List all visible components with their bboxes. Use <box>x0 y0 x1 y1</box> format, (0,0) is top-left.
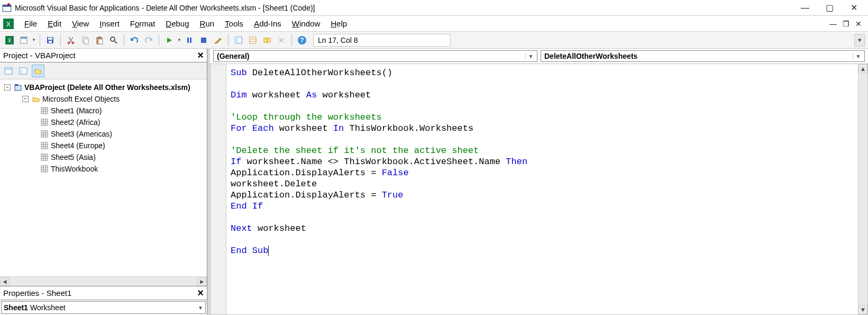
insert-split-arrow[interactable]: ▼ <box>32 38 36 42</box>
insert-module-button[interactable] <box>17 34 30 47</box>
tree-folder[interactable]: − Microsoft Excel Objects <box>2 93 207 105</box>
break-button[interactable] <box>183 34 196 47</box>
project-tree[interactable]: − VBAProject (Delete All Other Worksheet… <box>0 79 207 276</box>
svg-rect-38 <box>15 84 18 86</box>
view-code-button[interactable] <box>2 65 15 77</box>
tree-item[interactable]: Sheet4 (Europe) <box>2 140 207 151</box>
svg-rect-15 <box>84 39 88 44</box>
menu-file[interactable]: File <box>19 17 42 30</box>
object-combo[interactable]: (General) ▼ <box>213 50 537 62</box>
menu-view[interactable]: View <box>67 17 94 30</box>
tree-item[interactable]: Sheet1 (Macro) <box>2 105 207 116</box>
scroll-down-button[interactable]: ▼ <box>858 305 867 314</box>
properties-object-combo[interactable]: Sheet1 Worksheet ▼ <box>1 301 206 314</box>
excel-icon: X <box>3 19 14 29</box>
menu-window[interactable]: Window <box>287 17 325 30</box>
svg-rect-17 <box>98 37 101 39</box>
object-browser-button[interactable] <box>261 34 273 47</box>
scroll-right-button[interactable]: ► <box>197 277 207 286</box>
titlebar: Microsoft Visual Basic for Applications … <box>0 0 868 16</box>
menu-format[interactable]: Format <box>125 17 161 30</box>
menu-tools[interactable]: Tools <box>220 17 249 30</box>
maximize-button[interactable]: ▢ <box>817 0 842 16</box>
tree-item[interactable]: Sheet2 (Africa) <box>2 116 207 128</box>
mdi-minimize-button[interactable]: — <box>827 17 839 30</box>
cut-button[interactable] <box>65 34 77 47</box>
project-explorer-button[interactable] <box>232 34 245 47</box>
tree-item-label: Sheet5 (Asia) <box>51 153 96 161</box>
undo-button[interactable] <box>128 34 141 47</box>
chevron-down-icon: ▼ <box>198 305 203 311</box>
svg-line-20 <box>114 41 117 43</box>
help-button[interactable]: ? <box>296 34 308 47</box>
project-panel-title: Project - VBAProject <box>3 51 76 60</box>
svg-rect-39 <box>41 107 48 114</box>
code-editor[interactable]: Sub DeleteAllOtherWorksheets() Dim works… <box>210 64 868 315</box>
worksheet-icon <box>40 153 49 161</box>
folder-icon <box>32 95 40 103</box>
svg-rect-64 <box>41 166 48 172</box>
toolbar-overflow-button[interactable]: ▾ <box>854 34 865 47</box>
mdi-restore-button[interactable]: ❐ <box>839 17 852 30</box>
worksheet-icon <box>40 130 49 138</box>
worksheet-icon <box>40 106 49 115</box>
worksheet-icon <box>40 118 49 127</box>
paste-button[interactable] <box>93 34 106 47</box>
mdi-close-button[interactable]: ✕ <box>852 17 865 30</box>
project-hscrollbar[interactable]: ◄ ► <box>0 276 207 286</box>
chevron-down-icon: ▼ <box>525 53 534 59</box>
scroll-left-button[interactable]: ◄ <box>0 277 10 286</box>
reset-button[interactable] <box>197 34 210 47</box>
redo-button[interactable] <box>142 34 155 47</box>
tree-item[interactable]: Sheet5 (Asia) <box>2 151 207 163</box>
menu-debug[interactable]: Debug <box>160 17 194 30</box>
worksheet-icon <box>40 141 49 150</box>
svg-rect-36 <box>21 70 23 73</box>
design-mode-button[interactable] <box>212 34 224 47</box>
project-panel-header: Project - VBAProject × <box>0 49 207 62</box>
scroll-up-button[interactable]: ▲ <box>858 64 867 74</box>
code-text[interactable]: Sub DeleteAllOtherWorksheets() Dim works… <box>226 64 858 314</box>
tree-item-label: ThisWorkbook <box>51 165 98 173</box>
minimize-button[interactable]: — <box>793 0 817 16</box>
procedure-combo[interactable]: DeleteAllOtherWorksheets ▼ <box>541 50 865 62</box>
svg-rect-59 <box>41 154 48 160</box>
tree-root-label: VBAProject (Delete All Other Worksheets.… <box>24 83 190 92</box>
svg-point-2 <box>7 3 10 6</box>
svg-rect-54 <box>41 142 48 149</box>
copy-button[interactable] <box>79 34 92 47</box>
svg-rect-8 <box>21 37 27 39</box>
view-object-button[interactable] <box>17 65 30 77</box>
properties-panel-close-button[interactable]: × <box>197 287 204 299</box>
properties-object-type: Worksheet <box>30 303 66 312</box>
code-margin <box>211 64 226 314</box>
toggle-folders-button[interactable] <box>32 65 44 77</box>
run-split-arrow[interactable]: ▼ <box>177 38 181 42</box>
menu-run[interactable]: Run <box>195 17 220 30</box>
collapse-icon[interactable]: − <box>4 84 11 91</box>
menu-help[interactable]: Help <box>325 17 352 30</box>
collapse-icon[interactable]: − <box>22 96 29 102</box>
tree-item[interactable]: ThisWorkbook <box>2 163 207 175</box>
view-excel-button[interactable]: X <box>3 34 16 47</box>
procedure-combo-label: DeleteAllOtherWorksheets <box>544 52 637 60</box>
menu-addins[interactable]: Add-Ins <box>249 17 287 30</box>
menu-insert[interactable]: Insert <box>94 17 125 30</box>
save-button[interactable] <box>44 34 57 47</box>
cursor-position-label: Ln 17, Col 8 <box>318 36 358 44</box>
project-panel-close-button[interactable]: × <box>197 49 204 61</box>
tree-root[interactable]: − VBAProject (Delete All Other Worksheet… <box>2 82 207 93</box>
close-button[interactable]: ✕ <box>842 0 866 16</box>
svg-rect-33 <box>5 68 12 74</box>
toolbox-button[interactable] <box>275 34 288 47</box>
properties-window-button[interactable] <box>246 34 259 47</box>
find-button[interactable] <box>107 34 120 47</box>
svg-rect-37 <box>15 85 21 91</box>
run-button[interactable] <box>163 34 176 47</box>
menu-edit[interactable]: Edit <box>42 17 67 30</box>
code-vscrollbar[interactable]: ▲ ▼ <box>858 64 867 314</box>
project-icon <box>14 83 22 92</box>
svg-rect-1 <box>3 5 11 6</box>
svg-rect-49 <box>41 131 48 137</box>
tree-item[interactable]: Sheet3 (Americas) <box>2 128 207 140</box>
